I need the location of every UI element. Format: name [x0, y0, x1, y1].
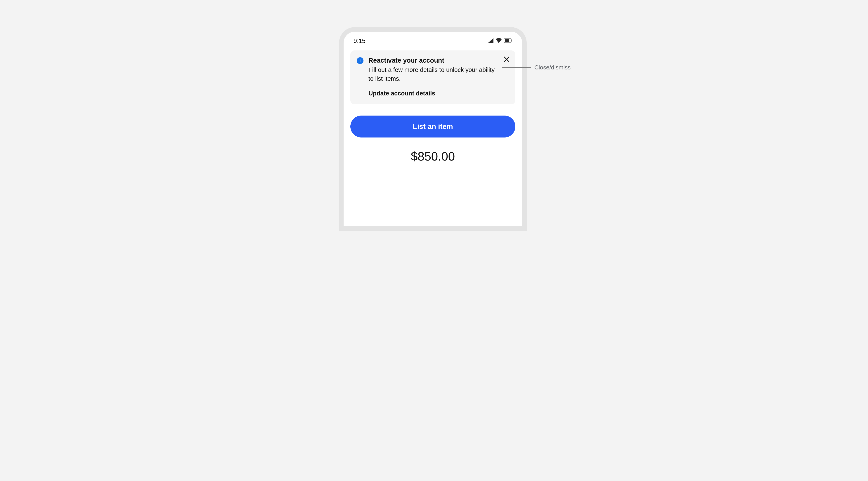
status-time: 9:15 [353, 37, 366, 44]
status-bar: 9:15 [344, 32, 522, 49]
annotation-label: Close/dismiss [534, 64, 570, 71]
status-icons [488, 38, 512, 44]
notice-body: Reactivate your account Fill out a few m… [368, 57, 509, 97]
notice-description: Fill out a few more details to unlock yo… [368, 66, 498, 83]
svg-rect-1 [505, 39, 509, 42]
update-account-link[interactable]: Update account details [368, 90, 435, 97]
svg-point-5 [360, 59, 361, 60]
info-icon [357, 57, 364, 64]
cellular-icon [488, 38, 493, 44]
battery-icon [504, 38, 512, 43]
svg-rect-2 [512, 40, 512, 41]
phone-frame: 9:15 [339, 27, 527, 231]
inline-notice: Reactivate your account Fill out a few m… [350, 51, 515, 104]
close-icon [503, 56, 510, 63]
wifi-icon [496, 38, 502, 44]
annotation-line [502, 67, 531, 68]
list-item-button[interactable]: List an item [350, 116, 515, 138]
close-button[interactable] [503, 56, 510, 63]
annotation-close: Close/dismiss [502, 64, 570, 71]
design-canvas: 9:15 [262, 0, 606, 184]
notice-title: Reactivate your account [368, 57, 498, 64]
svg-rect-4 [360, 60, 361, 62]
amount-value: $850.00 [344, 149, 522, 163]
